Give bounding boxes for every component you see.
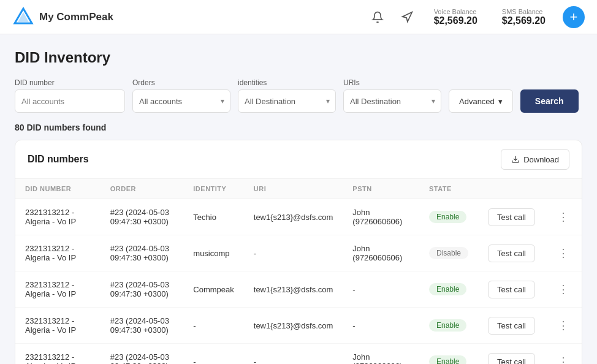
state-badge: Disable <box>429 247 468 259</box>
voice-balance-label: Voice Balance <box>434 8 477 15</box>
cell-order: #23 (2024-05-03 09:47:30 +0300) <box>101 235 184 271</box>
filters-row: DID number Orders All accounts identitie… <box>15 78 582 113</box>
table-head: DID NUMBER ORDER IDENTITY URI PSTN STATE <box>15 179 582 199</box>
col-uri: URI <box>244 179 343 199</box>
cell-identity: musicomp <box>183 235 243 271</box>
more-options-button[interactable]: ⋮ <box>555 281 572 298</box>
identities-label: identities <box>238 78 336 87</box>
state-badge: Enable <box>429 283 466 295</box>
cell-test-call: Test call <box>478 271 545 308</box>
more-options-button[interactable]: ⋮ <box>555 317 572 334</box>
col-order: ORDER <box>101 179 184 199</box>
sms-balance-block: SMS Balance $2,569.20 <box>495 8 553 26</box>
sms-balance-label: SMS Balance <box>502 8 543 15</box>
cell-test-call: Test call <box>478 235 545 271</box>
did-number-label: DID number <box>15 78 125 87</box>
cell-identity: - <box>183 308 243 344</box>
cell-pstn: John (9726060606) <box>343 199 419 235</box>
cell-pstn: John (9726060606) <box>343 344 419 365</box>
cell-test-call: Test call <box>478 344 545 365</box>
add-button[interactable]: + <box>563 6 585 28</box>
download-label: Download <box>523 155 559 164</box>
cell-order: #23 (2024-05-03 09:47:30 +0300) <box>101 271 184 308</box>
identities-select-wrapper: All Destination <box>238 89 336 113</box>
cell-state: Enable <box>419 308 478 344</box>
did-numbers-table: DID NUMBER ORDER IDENTITY URI PSTN STATE… <box>15 179 582 364</box>
cell-identity: Techio <box>183 199 243 235</box>
cell-order: #23 (2024-05-03 09:47:30 +0300) <box>101 308 184 344</box>
cell-dots: ⋮ <box>545 271 582 308</box>
download-button[interactable]: Download <box>501 149 569 170</box>
did-number-input[interactable] <box>15 89 125 113</box>
logo-text: My CommPeak <box>39 11 113 23</box>
orders-select[interactable]: All accounts <box>132 89 230 113</box>
test-call-button[interactable]: Test call <box>488 245 535 262</box>
table-row: 2321313212 - Algeria - Vo IP #23 (2024-0… <box>15 308 582 344</box>
table-row: 2321313212 - Algeria - Vo IP #23 (2024-0… <box>15 271 582 308</box>
more-options-button[interactable]: ⋮ <box>555 245 572 262</box>
cell-identity: Commpeak <box>183 271 243 308</box>
uris-filter-group: URIs All Destination <box>343 78 441 113</box>
cell-dots: ⋮ <box>545 235 582 271</box>
orders-label: Orders <box>132 78 230 87</box>
orders-filter-group: Orders All accounts <box>132 78 230 113</box>
logo-area: My CommPeak <box>12 6 360 28</box>
page-content: DID Inventory DID number Orders All acco… <box>0 34 597 364</box>
bell-icon <box>371 11 384 23</box>
cell-state: Enable <box>419 271 478 308</box>
col-more <box>545 179 582 199</box>
cell-dots: ⋮ <box>545 344 582 365</box>
test-call-button[interactable]: Test call <box>488 353 535 365</box>
table-row: 2321313212 - Algeria - Vo IP #23 (2024-0… <box>15 199 582 235</box>
voice-balance-block: Voice Balance $2,569.20 <box>427 8 485 26</box>
col-state: STATE <box>419 179 478 199</box>
cell-uri: tew1{s213}@dsfs.com <box>244 308 343 344</box>
page-title: DID Inventory <box>15 49 582 66</box>
col-identity: IDENTITY <box>183 179 243 199</box>
download-icon <box>511 155 520 164</box>
cell-state: Enable <box>419 344 478 365</box>
cell-pstn: - <box>343 308 419 344</box>
announcements-button[interactable] <box>397 7 417 27</box>
uris-select-wrapper: All Destination <box>343 89 441 113</box>
results-count: 80 DID numbers found <box>15 123 582 132</box>
table-row: 2321313212 - Algeria - Vo IP #23 (2024-0… <box>15 344 582 365</box>
cell-dots: ⋮ <box>545 199 582 235</box>
cell-identity: - <box>183 344 243 365</box>
table-body: 2321313212 - Algeria - Vo IP #23 (2024-0… <box>15 199 582 365</box>
uris-select[interactable]: All Destination <box>343 89 441 113</box>
col-did-number: DID NUMBER <box>15 179 101 199</box>
test-call-button[interactable]: Test call <box>488 208 535 226</box>
megaphone-icon <box>401 11 413 23</box>
identities-select[interactable]: All Destination <box>238 89 336 113</box>
cell-uri: - <box>244 235 343 271</box>
cell-did-number: 2321313212 - Algeria - Vo IP <box>15 308 101 344</box>
identities-filter-group: identities All Destination <box>238 78 336 113</box>
table-title: DID numbers <box>28 154 89 165</box>
app-header: My CommPeak Voice Balance $2,569.20 SMS … <box>0 0 597 34</box>
state-badge: Enable <box>429 355 466 364</box>
table-header-row: DID NUMBER ORDER IDENTITY URI PSTN STATE <box>15 179 582 199</box>
cell-pstn: John (9726060606) <box>343 235 419 271</box>
did-table-card: DID numbers Download DID NUMBER ORDER ID… <box>15 140 582 364</box>
notifications-button[interactable] <box>368 7 387 27</box>
cell-test-call: Test call <box>478 308 545 344</box>
advanced-button[interactable]: Advanced ▾ <box>449 89 513 113</box>
cell-state: Disable <box>419 235 478 271</box>
search-button[interactable]: Search <box>520 89 579 113</box>
cell-did-number: 2321313212 - Algeria - Vo IP <box>15 199 101 235</box>
more-options-button[interactable]: ⋮ <box>555 208 572 226</box>
chevron-down-icon: ▾ <box>498 97 503 106</box>
sms-balance-value: $2,569.20 <box>502 15 546 26</box>
orders-select-wrapper: All accounts <box>132 89 230 113</box>
cell-state: Enable <box>419 199 478 235</box>
cell-uri: tew1{s213}@dsfs.com <box>244 199 343 235</box>
cell-did-number: 2321313212 - Algeria - Vo IP <box>15 235 101 271</box>
cell-did-number: 2321313212 - Algeria - Vo IP <box>15 271 101 308</box>
test-call-button[interactable]: Test call <box>488 281 535 298</box>
more-options-button[interactable]: ⋮ <box>555 353 572 364</box>
header-icons: Voice Balance $2,569.20 SMS Balance $2,5… <box>368 6 585 28</box>
cell-test-call: Test call <box>478 199 545 235</box>
test-call-button[interactable]: Test call <box>488 317 535 335</box>
col-actions <box>478 179 545 199</box>
